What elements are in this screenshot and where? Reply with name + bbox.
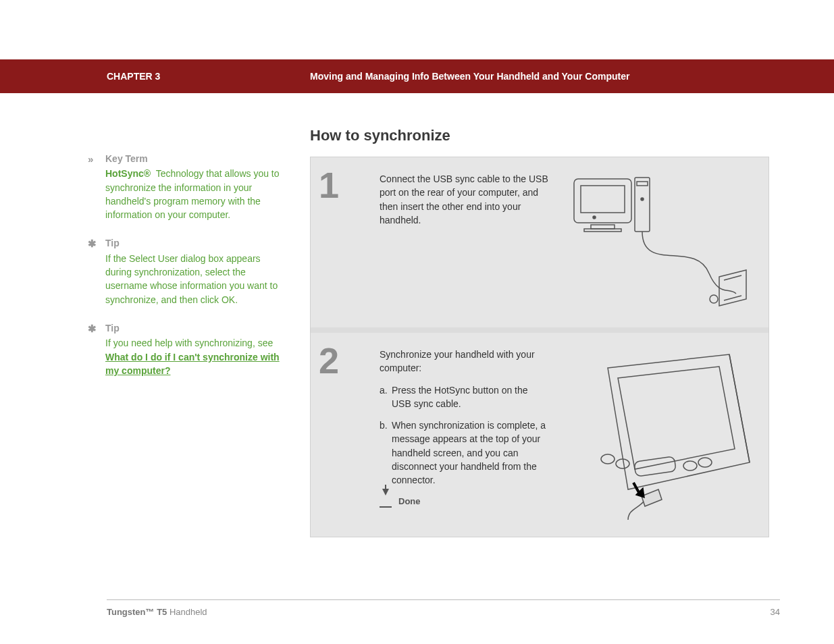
svg-line-16: [729, 354, 750, 462]
chapter-header: CHAPTER 3 Moving and Managing Info Betwe…: [0, 59, 834, 93]
step-2-text: Synchronize your handheld with your comp…: [380, 348, 548, 523]
keyterm-term: HotSync®: [105, 168, 151, 179]
svg-line-8: [724, 275, 741, 280]
done-label: Done: [398, 495, 421, 508]
step-2: 2 Synchronize your handheld with your co…: [311, 327, 768, 537]
computer-handheld-illustration: [567, 172, 750, 314]
svg-line-9: [724, 296, 741, 300]
tip1-head: Tip: [105, 236, 280, 250]
step-1-content: Connect the USB sync cable to the USB po…: [380, 165, 756, 314]
chapter-title: Moving and Managing Info Between Your Ha…: [310, 71, 629, 82]
tip1-block: ✱ Tip If the Select User dialog box appe…: [88, 236, 280, 306]
product-bold: Tungsten™ T5: [107, 607, 167, 617]
tip2-block: ✱ Tip If you need help with synchronizin…: [88, 321, 280, 377]
handheld-sync-illustration: [561, 348, 756, 523]
svg-rect-1: [581, 186, 625, 213]
step-1: 1 Connect the USB sync cable to the USB …: [311, 157, 768, 327]
tip1-body: Tip If the Select User dialog box appear…: [105, 236, 280, 306]
done-arrow-icon: [380, 495, 392, 508]
tip-icon: ✱: [88, 236, 105, 306]
step-1-paragraph: Connect the USB sync cable to the USB po…: [380, 172, 548, 227]
svg-rect-13: [634, 456, 676, 477]
step-2-number: 2: [319, 341, 380, 523]
step-2-content: Synchronize your handheld with your comp…: [380, 341, 756, 523]
keyterm-icon: »: [88, 152, 105, 221]
step-2a: a. Press the HotSync button on the USB s…: [380, 383, 548, 411]
step-1-text: Connect the USB sync cable to the USB po…: [380, 172, 548, 314]
sidebar: » Key Term HotSync® Technology that allo…: [88, 152, 280, 392]
chapter-label: CHAPTER 3: [107, 71, 160, 82]
main-content: How to synchronize 1 Connect the USB syn…: [310, 127, 769, 537]
section-title: How to synchronize: [310, 127, 769, 144]
step-2a-text: Press the HotSync button on the USB sync…: [392, 385, 528, 409]
tip2-body: Tip If you need help with synchronizing,…: [105, 321, 280, 377]
keyterm-head: Key Term: [105, 152, 280, 165]
svg-point-7: [641, 198, 644, 200]
sync-help-link[interactable]: What do I do if I can't synchronize with…: [105, 352, 280, 376]
tip-icon: ✱: [88, 321, 105, 377]
product-rest: Handheld: [167, 607, 207, 617]
step-2-intro: Synchronize your handheld with your comp…: [380, 348, 548, 375]
tip1-text: If the Select User dialog box appears du…: [105, 252, 280, 306]
svg-point-15: [698, 458, 712, 467]
svg-rect-6: [637, 182, 648, 186]
svg-rect-4: [584, 229, 621, 232]
tip2-head: Tip: [105, 321, 280, 335]
keyterm-body: Key Term HotSync® Technology that allows…: [105, 152, 280, 221]
keyterm-block: » Key Term HotSync® Technology that allo…: [88, 152, 280, 221]
step-2-list: a. Press the HotSync button on the USB s…: [380, 383, 548, 487]
tip2-text: If you need help with synchronizing, see…: [105, 336, 280, 377]
done-row: Done: [380, 495, 548, 508]
svg-point-14: [683, 461, 697, 471]
steps-container: 1 Connect the USB sync cable to the USB …: [310, 157, 769, 537]
svg-point-12: [616, 459, 629, 468]
step-2-illustration: [561, 348, 756, 523]
step-2b-marker: b.: [380, 419, 388, 432]
svg-point-10: [710, 295, 718, 303]
step-2b: b. When synchronization is complete, a m…: [380, 419, 548, 487]
keyterm-text: HotSync® Technology that allows you to s…: [105, 167, 280, 221]
svg-rect-3: [591, 225, 615, 229]
svg-point-11: [601, 454, 615, 464]
step-1-number: 1: [319, 165, 380, 314]
page-footer: Tungsten™ T5 Handheld 34: [107, 599, 780, 617]
svg-point-2: [593, 216, 596, 219]
page-number: 34: [771, 607, 780, 617]
step-1-illustration: [561, 172, 756, 314]
step-2a-marker: a.: [380, 383, 388, 397]
step-2b-text: When synchronization is complete, a mess…: [392, 420, 546, 485]
product-name: Tungsten™ T5 Handheld: [107, 607, 207, 617]
tip2-lead: If you need help with synchronizing, see: [105, 338, 273, 348]
